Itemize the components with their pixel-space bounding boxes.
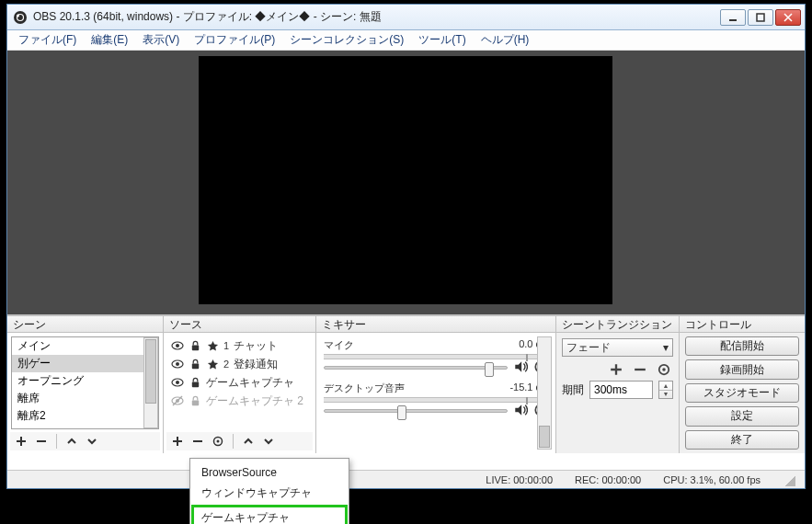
menu-scenecol[interactable]: シーンコレクション(S) bbox=[284, 31, 409, 49]
mixer-header: ミキサー bbox=[316, 316, 555, 333]
menu-tools[interactable]: ツール(T) bbox=[413, 31, 471, 49]
star-icon bbox=[206, 358, 219, 370]
spin-up-icon[interactable]: ▲ bbox=[659, 382, 672, 391]
transition-add-button[interactable] bbox=[609, 362, 623, 377]
start-recording-button[interactable]: 録画開始 bbox=[685, 359, 799, 379]
resize-grip-icon[interactable] bbox=[783, 473, 795, 486]
mixer-slider-row bbox=[324, 404, 548, 417]
source-label: ゲームキャプチャ bbox=[206, 375, 294, 391]
settings-button[interactable]: 設定 bbox=[685, 406, 799, 426]
svg-rect-16 bbox=[191, 400, 198, 405]
add-source-context-menu[interactable]: BrowserSourceウィンドウキャプチャゲームキャプチャ bbox=[189, 458, 349, 524]
menu-edit[interactable]: 編集(E) bbox=[86, 31, 133, 49]
obs-app-icon bbox=[13, 10, 28, 25]
visibility-icon[interactable] bbox=[171, 376, 184, 389]
source-properties-button[interactable] bbox=[211, 434, 225, 449]
source-item[interactable]: 2登録通知 bbox=[167, 355, 312, 373]
source-movedown-button[interactable] bbox=[261, 434, 276, 449]
svg-rect-4 bbox=[757, 14, 764, 21]
scene-add-button[interactable] bbox=[14, 434, 29, 449]
exit-button[interactable]: 終了 bbox=[685, 430, 799, 450]
spin-down-icon[interactable]: ▼ bbox=[659, 391, 672, 399]
svg-point-12 bbox=[176, 381, 179, 384]
toolbar-separator bbox=[56, 434, 57, 449]
lock-icon[interactable] bbox=[189, 358, 201, 370]
duration-input[interactable]: 300ms bbox=[589, 381, 653, 399]
mute-icon[interactable] bbox=[513, 403, 528, 420]
menu-file[interactable]: ファイル(F) bbox=[13, 31, 82, 49]
scene-moveup-button[interactable] bbox=[64, 434, 79, 449]
lock-icon[interactable] bbox=[189, 339, 201, 352]
source-item[interactable]: ゲームキャプチャ bbox=[167, 373, 312, 392]
mixer-body: マイク0.0 dBデスクトップ音声-15.1 dB bbox=[316, 333, 555, 453]
transition-settings-button[interactable] bbox=[657, 362, 671, 377]
close-button[interactable] bbox=[775, 9, 801, 26]
start-streaming-button[interactable]: 配信開始 bbox=[685, 336, 799, 356]
scene-item[interactable]: 離席2 bbox=[12, 407, 158, 425]
source-add-button[interactable] bbox=[170, 434, 185, 449]
menu-profile[interactable]: プロファイル(P) bbox=[189, 31, 280, 49]
duration-spinner[interactable]: ▲▼ bbox=[658, 381, 673, 399]
svg-point-9 bbox=[176, 362, 179, 366]
source-moveup-button[interactable] bbox=[241, 434, 256, 449]
svg-point-0 bbox=[14, 11, 27, 24]
lock-icon[interactable] bbox=[189, 394, 201, 407]
scrollbar-thumb[interactable] bbox=[145, 339, 156, 404]
titlebar[interactable]: OBS 20.1.3 (64bit, windows) - プロファイル: ◆メ… bbox=[7, 5, 805, 30]
source-list[interactable]: 1チャット2登録通知ゲームキャプチャゲームキャプチャ 2 bbox=[167, 336, 312, 429]
scene-remove-button[interactable] bbox=[34, 434, 49, 449]
scenes-panel: シーン メイン別ゲーオープニング離席離席2．．． bbox=[7, 316, 164, 453]
transitions-panel: シーントランジション フェード ▾ 期間 300ms ▲▼ bbox=[556, 316, 680, 453]
scene-item[interactable]: ．．． bbox=[12, 425, 158, 429]
source-item[interactable]: 1チャット bbox=[167, 336, 312, 355]
context-menu-item[interactable]: ウィンドウキャプチャ bbox=[192, 483, 347, 503]
panel-row: シーン メイン別ゲーオープニング離席離席2．．． ソース 1チャット2登録通知ゲ… bbox=[7, 315, 805, 453]
sources-header: ソース bbox=[164, 316, 315, 333]
minimize-button[interactable] bbox=[720, 9, 746, 26]
mixer-volume-slider[interactable] bbox=[324, 366, 508, 370]
mixer-channel: マイク0.0 dB bbox=[324, 338, 548, 374]
scene-item[interactable]: 別ゲー bbox=[12, 355, 158, 372]
scene-item[interactable]: オープニング bbox=[12, 372, 158, 390]
preview-canvas[interactable] bbox=[199, 56, 612, 304]
source-label: 登録通知 bbox=[234, 357, 278, 372]
context-menu-item[interactable]: ゲームキャプチャ bbox=[191, 505, 348, 524]
mixer-channel-name: デスクトップ音声 bbox=[324, 382, 405, 395]
scrollbar-thumb[interactable] bbox=[539, 426, 550, 448]
menubar: ファイル(F) 編集(E) 表示(V) プロファイル(P) シーンコレクション(… bbox=[7, 30, 805, 51]
scene-item[interactable]: 離席 bbox=[12, 390, 158, 407]
visibility-icon[interactable] bbox=[171, 339, 184, 352]
lock-icon[interactable] bbox=[189, 376, 201, 389]
menu-help[interactable]: ヘルプ(H) bbox=[475, 31, 535, 49]
mixer-scrollbar[interactable] bbox=[537, 336, 552, 450]
slider-knob[interactable] bbox=[485, 362, 494, 377]
visibility-icon[interactable] bbox=[171, 358, 184, 370]
scene-list[interactable]: メイン別ゲーオープニング離席離席2．．． bbox=[11, 336, 159, 429]
mute-icon[interactable] bbox=[513, 359, 528, 377]
svg-rect-7 bbox=[191, 345, 198, 350]
mixer-slider-row bbox=[324, 361, 548, 374]
mixer-volume-slider[interactable] bbox=[324, 409, 508, 413]
scenes-toolbar bbox=[10, 432, 160, 450]
transition-selected: フェード bbox=[566, 340, 611, 356]
obs-main-window: OBS 20.1.3 (64bit, windows) - プロファイル: ◆メ… bbox=[6, 4, 806, 489]
menu-view[interactable]: 表示(V) bbox=[137, 31, 185, 49]
source-remove-button[interactable] bbox=[190, 434, 205, 449]
maximize-button[interactable] bbox=[748, 9, 773, 26]
transition-combo[interactable]: フェード ▾ bbox=[562, 338, 673, 357]
slider-knob[interactable] bbox=[397, 405, 406, 420]
preview-area[interactable] bbox=[7, 51, 805, 315]
studio-mode-button[interactable]: スタジオモード bbox=[685, 383, 799, 403]
duration-label: 期間 bbox=[562, 382, 584, 398]
visibility-icon[interactable] bbox=[171, 394, 184, 407]
transitions-header: シーントランジション bbox=[556, 316, 679, 333]
scene-movedown-button[interactable] bbox=[85, 434, 99, 449]
scene-scrollbar[interactable] bbox=[143, 337, 158, 428]
statusbar: LIVE: 00:00:00 REC: 00:00:00 CPU: 3.1%, … bbox=[7, 470, 805, 488]
scene-item[interactable]: メイン bbox=[12, 337, 158, 355]
window-title: OBS 20.1.3 (64bit, windows) - プロファイル: ◆メ… bbox=[33, 9, 720, 25]
transition-remove-button[interactable] bbox=[633, 362, 647, 377]
source-item[interactable]: ゲームキャプチャ 2 bbox=[167, 392, 312, 410]
svg-point-6 bbox=[176, 344, 179, 347]
context-menu-item[interactable]: BrowserSource bbox=[192, 462, 347, 483]
